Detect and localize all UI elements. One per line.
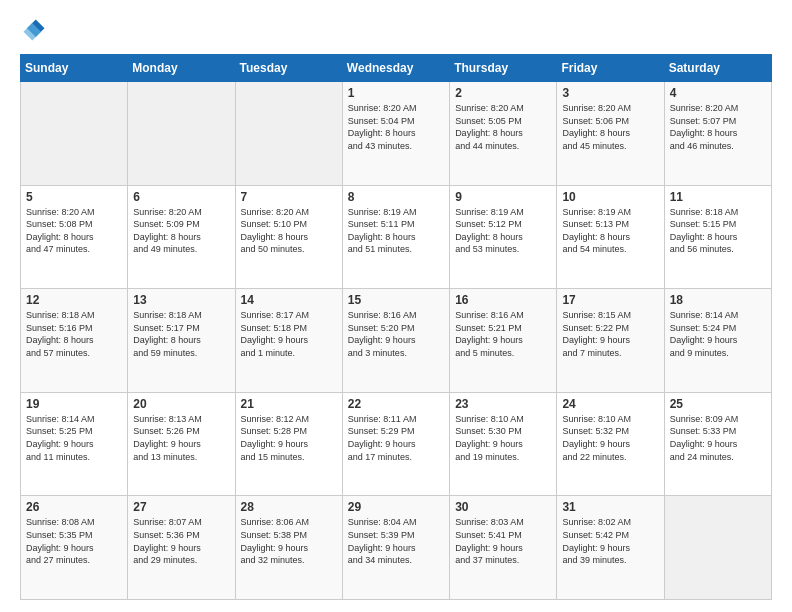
day-number: 11 xyxy=(670,190,766,204)
day-number: 8 xyxy=(348,190,444,204)
day-info: Sunrise: 8:18 AM Sunset: 5:17 PM Dayligh… xyxy=(133,309,229,359)
day-info: Sunrise: 8:20 AM Sunset: 5:05 PM Dayligh… xyxy=(455,102,551,152)
day-cell: 16Sunrise: 8:16 AM Sunset: 5:21 PM Dayli… xyxy=(450,289,557,393)
day-cell: 10Sunrise: 8:19 AM Sunset: 5:13 PM Dayli… xyxy=(557,185,664,289)
day-number: 17 xyxy=(562,293,658,307)
day-info: Sunrise: 8:11 AM Sunset: 5:29 PM Dayligh… xyxy=(348,413,444,463)
day-number: 2 xyxy=(455,86,551,100)
page: SundayMondayTuesdayWednesdayThursdayFrid… xyxy=(0,0,792,612)
day-cell: 11Sunrise: 8:18 AM Sunset: 5:15 PM Dayli… xyxy=(664,185,771,289)
day-cell: 3Sunrise: 8:20 AM Sunset: 5:06 PM Daylig… xyxy=(557,82,664,186)
day-info: Sunrise: 8:18 AM Sunset: 5:15 PM Dayligh… xyxy=(670,206,766,256)
day-cell: 17Sunrise: 8:15 AM Sunset: 5:22 PM Dayli… xyxy=(557,289,664,393)
day-info: Sunrise: 8:20 AM Sunset: 5:10 PM Dayligh… xyxy=(241,206,337,256)
week-row-3: 12Sunrise: 8:18 AM Sunset: 5:16 PM Dayli… xyxy=(21,289,772,393)
day-cell: 29Sunrise: 8:04 AM Sunset: 5:39 PM Dayli… xyxy=(342,496,449,600)
day-cell: 22Sunrise: 8:11 AM Sunset: 5:29 PM Dayli… xyxy=(342,392,449,496)
day-number: 9 xyxy=(455,190,551,204)
day-cell: 12Sunrise: 8:18 AM Sunset: 5:16 PM Dayli… xyxy=(21,289,128,393)
day-info: Sunrise: 8:10 AM Sunset: 5:30 PM Dayligh… xyxy=(455,413,551,463)
day-info: Sunrise: 8:08 AM Sunset: 5:35 PM Dayligh… xyxy=(26,516,122,566)
day-info: Sunrise: 8:14 AM Sunset: 5:24 PM Dayligh… xyxy=(670,309,766,359)
day-info: Sunrise: 8:13 AM Sunset: 5:26 PM Dayligh… xyxy=(133,413,229,463)
day-number: 25 xyxy=(670,397,766,411)
day-info: Sunrise: 8:16 AM Sunset: 5:21 PM Dayligh… xyxy=(455,309,551,359)
day-number: 20 xyxy=(133,397,229,411)
week-row-1: 1Sunrise: 8:20 AM Sunset: 5:04 PM Daylig… xyxy=(21,82,772,186)
weekday-header-row: SundayMondayTuesdayWednesdayThursdayFrid… xyxy=(21,55,772,82)
day-info: Sunrise: 8:15 AM Sunset: 5:22 PM Dayligh… xyxy=(562,309,658,359)
day-info: Sunrise: 8:10 AM Sunset: 5:32 PM Dayligh… xyxy=(562,413,658,463)
day-cell: 1Sunrise: 8:20 AM Sunset: 5:04 PM Daylig… xyxy=(342,82,449,186)
day-cell: 13Sunrise: 8:18 AM Sunset: 5:17 PM Dayli… xyxy=(128,289,235,393)
day-number: 10 xyxy=(562,190,658,204)
day-number: 19 xyxy=(26,397,122,411)
day-info: Sunrise: 8:03 AM Sunset: 5:41 PM Dayligh… xyxy=(455,516,551,566)
day-cell: 20Sunrise: 8:13 AM Sunset: 5:26 PM Dayli… xyxy=(128,392,235,496)
day-info: Sunrise: 8:02 AM Sunset: 5:42 PM Dayligh… xyxy=(562,516,658,566)
day-info: Sunrise: 8:20 AM Sunset: 5:06 PM Dayligh… xyxy=(562,102,658,152)
day-info: Sunrise: 8:09 AM Sunset: 5:33 PM Dayligh… xyxy=(670,413,766,463)
day-cell: 21Sunrise: 8:12 AM Sunset: 5:28 PM Dayli… xyxy=(235,392,342,496)
weekday-sunday: Sunday xyxy=(21,55,128,82)
week-row-4: 19Sunrise: 8:14 AM Sunset: 5:25 PM Dayli… xyxy=(21,392,772,496)
day-cell: 18Sunrise: 8:14 AM Sunset: 5:24 PM Dayli… xyxy=(664,289,771,393)
day-cell xyxy=(21,82,128,186)
day-cell: 5Sunrise: 8:20 AM Sunset: 5:08 PM Daylig… xyxy=(21,185,128,289)
day-cell xyxy=(235,82,342,186)
day-info: Sunrise: 8:19 AM Sunset: 5:11 PM Dayligh… xyxy=(348,206,444,256)
day-number: 15 xyxy=(348,293,444,307)
day-info: Sunrise: 8:07 AM Sunset: 5:36 PM Dayligh… xyxy=(133,516,229,566)
day-cell: 7Sunrise: 8:20 AM Sunset: 5:10 PM Daylig… xyxy=(235,185,342,289)
day-info: Sunrise: 8:16 AM Sunset: 5:20 PM Dayligh… xyxy=(348,309,444,359)
day-cell: 8Sunrise: 8:19 AM Sunset: 5:11 PM Daylig… xyxy=(342,185,449,289)
day-number: 13 xyxy=(133,293,229,307)
logo xyxy=(20,16,52,44)
day-number: 4 xyxy=(670,86,766,100)
day-info: Sunrise: 8:18 AM Sunset: 5:16 PM Dayligh… xyxy=(26,309,122,359)
day-cell: 26Sunrise: 8:08 AM Sunset: 5:35 PM Dayli… xyxy=(21,496,128,600)
day-info: Sunrise: 8:19 AM Sunset: 5:12 PM Dayligh… xyxy=(455,206,551,256)
day-cell: 19Sunrise: 8:14 AM Sunset: 5:25 PM Dayli… xyxy=(21,392,128,496)
weekday-tuesday: Tuesday xyxy=(235,55,342,82)
day-cell xyxy=(128,82,235,186)
week-row-5: 26Sunrise: 8:08 AM Sunset: 5:35 PM Dayli… xyxy=(21,496,772,600)
weekday-saturday: Saturday xyxy=(664,55,771,82)
day-cell xyxy=(664,496,771,600)
weekday-friday: Friday xyxy=(557,55,664,82)
day-info: Sunrise: 8:20 AM Sunset: 5:09 PM Dayligh… xyxy=(133,206,229,256)
day-info: Sunrise: 8:14 AM Sunset: 5:25 PM Dayligh… xyxy=(26,413,122,463)
day-number: 21 xyxy=(241,397,337,411)
day-cell: 24Sunrise: 8:10 AM Sunset: 5:32 PM Dayli… xyxy=(557,392,664,496)
day-number: 27 xyxy=(133,500,229,514)
calendar: SundayMondayTuesdayWednesdayThursdayFrid… xyxy=(20,54,772,600)
day-number: 29 xyxy=(348,500,444,514)
day-number: 16 xyxy=(455,293,551,307)
day-cell: 6Sunrise: 8:20 AM Sunset: 5:09 PM Daylig… xyxy=(128,185,235,289)
day-number: 12 xyxy=(26,293,122,307)
day-cell: 14Sunrise: 8:17 AM Sunset: 5:18 PM Dayli… xyxy=(235,289,342,393)
day-cell: 30Sunrise: 8:03 AM Sunset: 5:41 PM Dayli… xyxy=(450,496,557,600)
day-info: Sunrise: 8:04 AM Sunset: 5:39 PM Dayligh… xyxy=(348,516,444,566)
day-info: Sunrise: 8:17 AM Sunset: 5:18 PM Dayligh… xyxy=(241,309,337,359)
day-number: 1 xyxy=(348,86,444,100)
day-cell: 31Sunrise: 8:02 AM Sunset: 5:42 PM Dayli… xyxy=(557,496,664,600)
logo-icon xyxy=(20,16,48,44)
header xyxy=(20,16,772,44)
day-number: 22 xyxy=(348,397,444,411)
day-info: Sunrise: 8:19 AM Sunset: 5:13 PM Dayligh… xyxy=(562,206,658,256)
day-number: 31 xyxy=(562,500,658,514)
weekday-thursday: Thursday xyxy=(450,55,557,82)
day-info: Sunrise: 8:12 AM Sunset: 5:28 PM Dayligh… xyxy=(241,413,337,463)
day-info: Sunrise: 8:06 AM Sunset: 5:38 PM Dayligh… xyxy=(241,516,337,566)
day-number: 26 xyxy=(26,500,122,514)
day-info: Sunrise: 8:20 AM Sunset: 5:04 PM Dayligh… xyxy=(348,102,444,152)
day-cell: 23Sunrise: 8:10 AM Sunset: 5:30 PM Dayli… xyxy=(450,392,557,496)
day-number: 7 xyxy=(241,190,337,204)
day-info: Sunrise: 8:20 AM Sunset: 5:07 PM Dayligh… xyxy=(670,102,766,152)
day-number: 30 xyxy=(455,500,551,514)
day-info: Sunrise: 8:20 AM Sunset: 5:08 PM Dayligh… xyxy=(26,206,122,256)
day-number: 28 xyxy=(241,500,337,514)
weekday-monday: Monday xyxy=(128,55,235,82)
day-number: 24 xyxy=(562,397,658,411)
